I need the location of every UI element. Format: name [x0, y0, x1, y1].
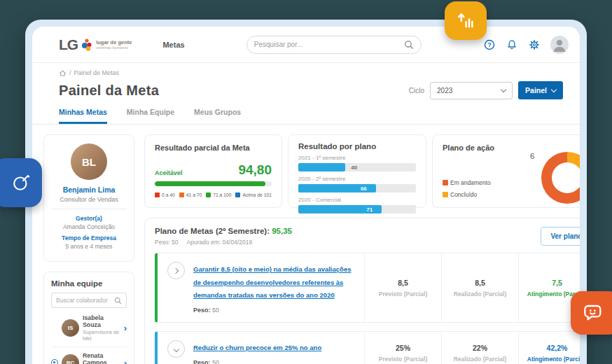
user-avatar[interactable]	[550, 36, 569, 54]
chevron-right-icon[interactable]: ›	[124, 323, 127, 332]
manager-name: Amanda Conceição	[51, 223, 127, 230]
search-input[interactable]	[254, 41, 404, 48]
main-content: BL Benjamin Lima Consultor de Vendas Ges…	[32, 125, 580, 364]
tab-minha-equipe[interactable]: Minha Equipe	[127, 108, 174, 124]
partial-result-card: Resultado parcial da Meta Aceitável 94,8…	[144, 134, 282, 208]
plan-bar-track: 71	[298, 205, 416, 214]
bell-icon	[506, 39, 517, 50]
goal-link[interactable]: Garantir 8,5 (oito e meio) na média das …	[193, 265, 351, 299]
goal-weight: Peso: 50	[193, 307, 356, 314]
person-icon	[550, 36, 569, 54]
svg-text:?: ?	[487, 41, 491, 48]
team-search-input[interactable]	[56, 297, 114, 304]
donut-chart: 6 3	[541, 152, 580, 204]
tenure-label: Tempo de Empresa	[51, 234, 127, 241]
logo-tagline: lugar de gente sistemas humanos	[96, 39, 132, 50]
tab-minhas-metas[interactable]: Minhas Metas	[59, 108, 107, 124]
team-search[interactable]	[51, 293, 127, 308]
legend-label: Concluído	[450, 191, 477, 198]
cycle-select[interactable]: 2023	[430, 82, 513, 99]
card-title: Resultado por plano	[298, 142, 416, 150]
export-results-button[interactable]	[445, 1, 487, 40]
plan-bar-label: 2020 - Comercial	[298, 197, 416, 203]
goal-row: Reduzir o churn precoce em 25% no ano Pe…	[155, 331, 580, 364]
goal-plan-card: Plano de Metas (2º Semestre): 95,35 Peso…	[144, 218, 580, 364]
legend-swatch	[443, 192, 448, 197]
metric-realizado: 22% Realizado (Parcial)	[441, 332, 518, 364]
notifications-button[interactable]	[506, 38, 518, 51]
result-by-plan-card: Resultado por plano 2021 - 1º semestre 4…	[288, 134, 426, 208]
chat-smiley-icon	[581, 302, 604, 324]
team-member-row[interactable]: IS Isabela Souza Supervisora de Mkt ›	[51, 309, 127, 347]
partial-progress-track	[155, 181, 272, 186]
legend-swatch	[155, 192, 160, 197]
view-plans-button[interactable]: Ver planos	[541, 227, 580, 246]
partial-progress-fill	[155, 181, 265, 186]
legend-label: Acima de 101	[242, 192, 272, 197]
breadcrumb: / Painel de Metas	[32, 63, 580, 77]
plan-bar-value: 40	[351, 164, 357, 171]
plan-bar-label: 2021 - 1º semestre	[298, 155, 416, 161]
legend-label: Em andamento	[450, 179, 491, 186]
home-icon[interactable]	[59, 69, 67, 77]
legend-swatch	[443, 180, 448, 186]
team-card-title: Minha equipe	[51, 279, 127, 288]
profile-name[interactable]: Benjamin Lima	[51, 186, 127, 194]
nav-item-metas[interactable]: Metas	[162, 41, 184, 49]
chevron-down-icon	[551, 86, 557, 92]
help-icon: ?	[484, 39, 495, 50]
breadcrumb-current[interactable]: Painel de Metas	[74, 69, 120, 76]
plan-bar-group: 2020 - Comercial 71	[298, 197, 416, 214]
legend-swatch	[179, 192, 184, 197]
divider	[51, 209, 127, 209]
goal-plan-title: Plano de Metas (2º Semestre): 95,35	[155, 227, 292, 235]
left-column: BL Benjamin Lima Consultor de Vendas Ges…	[43, 134, 134, 364]
metric-atingimento: 42,2% Atingimento (Parcial)	[518, 332, 580, 364]
plan-bar-label: 2020 - 2º semestre	[298, 176, 416, 182]
help-button[interactable]: ?	[483, 38, 496, 51]
goal-plan-header: Plano de Metas (2º Semestre): 95,35 Peso…	[145, 218, 580, 253]
range-legend: 0 a 40 41 a 70 71 a 100 Acima de 101	[155, 192, 272, 197]
cycle-label: Ciclo	[409, 87, 424, 94]
global-search[interactable]	[246, 36, 422, 54]
plan-bar-group: 2020 - 2º semestre 66	[298, 176, 416, 192]
donut-legend: Em andamento Concluído	[443, 179, 491, 198]
goal-plan-score: 95,35	[272, 227, 292, 235]
manager-label: Gestor(a)	[51, 215, 127, 222]
page-controls: Ciclo 2023 Painel	[409, 81, 563, 99]
legend-swatch	[206, 192, 211, 197]
legend-swatch	[235, 192, 240, 197]
goal-metrics: 25% Previsto (Parcial) 22% Realizado (Pa…	[364, 332, 580, 364]
card-title: Resultado parcial da Meta	[155, 144, 272, 152]
signature-icon	[11, 172, 32, 193]
plan-bar-group: 2021 - 1º semestre 40	[298, 155, 416, 172]
goal-metrics: 8,5 Previsto (Parcial) 8,5 Realizado (Pa…	[364, 253, 580, 322]
status-label: Aceitável	[155, 169, 183, 176]
lg-logo: LG lugar de gente sistemas humanos	[59, 36, 132, 53]
chevron-right-icon	[172, 267, 178, 273]
plan-bar-value: 71	[366, 206, 373, 213]
plan-bar-track: 40	[298, 163, 416, 172]
goal-plan-weight: Peso: 50	[155, 239, 179, 246]
app-window-frame: LG lugar de gente sistemas humanos Metas	[25, 20, 587, 364]
settings-button[interactable]	[528, 38, 541, 51]
search-icon	[404, 40, 414, 50]
collapse-goal-button[interactable]	[167, 340, 185, 358]
metric-previsto: 25% Previsto (Parcial)	[364, 332, 441, 364]
goal-row: Garantir 8,5 (oito e meio) na média das …	[155, 253, 580, 323]
quick-edit-button[interactable]	[0, 158, 42, 207]
search-icon	[114, 297, 122, 304]
support-chat-button[interactable]	[571, 291, 612, 335]
team-member-row[interactable]: RC Renata Campos Gerente do RH ›	[51, 347, 127, 364]
gear-icon	[529, 39, 540, 50]
chevron-down-icon	[173, 346, 179, 351]
chevron-right-icon[interactable]: ›	[124, 358, 127, 364]
tab-meus-grupos[interactable]: Meus Grupos	[194, 108, 241, 124]
expand-goal-button[interactable]	[167, 262, 185, 279]
plan-bar-fill	[298, 163, 345, 172]
goal-link[interactable]: Reduzir o churn precoce em 25% no ano	[193, 344, 321, 351]
member-name: Isabela Souza	[83, 314, 120, 328]
panel-button[interactable]: Painel	[518, 81, 563, 99]
plan-bar-value: 66	[361, 186, 367, 192]
legend-label: 41 a 70	[186, 192, 202, 197]
